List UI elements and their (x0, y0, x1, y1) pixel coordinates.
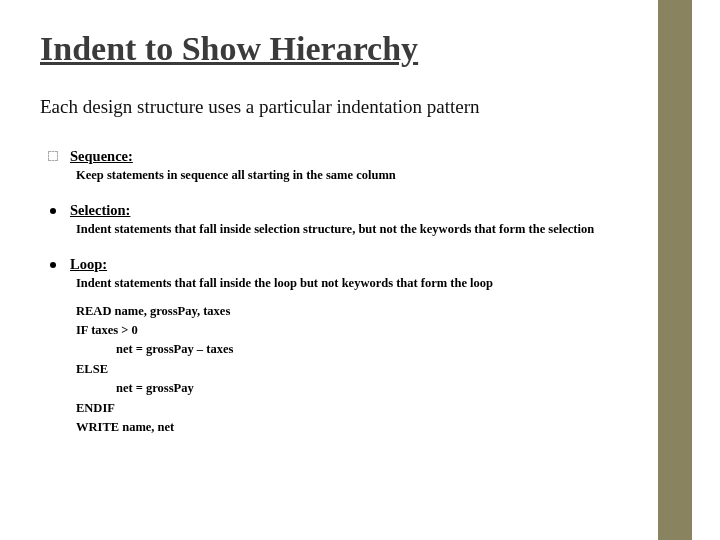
code-line: IF taxes > 0 (76, 321, 680, 340)
code-example: READ name, grossPay, taxes IF taxes > 0 … (70, 302, 680, 438)
section-desc-loop: Indent statements that fall inside the l… (70, 275, 680, 292)
section-desc-sequence: Keep statements in sequence all starting… (70, 167, 680, 184)
code-line: WRITE name, net (76, 418, 680, 437)
code-line: net = grossPay (76, 379, 680, 398)
list-item-selection: Selection: Indent statements that fall i… (70, 202, 680, 238)
section-head-loop: Loop: (70, 256, 680, 273)
section-head-sequence: Sequence: (70, 148, 680, 165)
code-line: READ name, grossPay, taxes (76, 302, 680, 321)
bullet-disc-icon (50, 262, 56, 268)
intro-text: Each design structure uses a particular … (40, 96, 680, 118)
list-item-loop: Loop: Indent statements that fall inside… (70, 256, 680, 438)
bullet-placeholder-icon (48, 151, 58, 161)
code-line: ELSE (76, 360, 680, 379)
code-line: net = grossPay – taxes (76, 340, 680, 359)
page-title: Indent to Show Hierarchy (40, 30, 680, 68)
section-desc-selection: Indent statements that fall inside selec… (70, 221, 680, 238)
bullet-list: Sequence: Keep statements in sequence al… (40, 148, 680, 437)
list-item-sequence: Sequence: Keep statements in sequence al… (70, 148, 680, 184)
code-line: ENDIF (76, 399, 680, 418)
slide: Indent to Show Hierarchy Each design str… (0, 0, 720, 540)
bullet-disc-icon (50, 208, 56, 214)
section-head-selection: Selection: (70, 202, 680, 219)
